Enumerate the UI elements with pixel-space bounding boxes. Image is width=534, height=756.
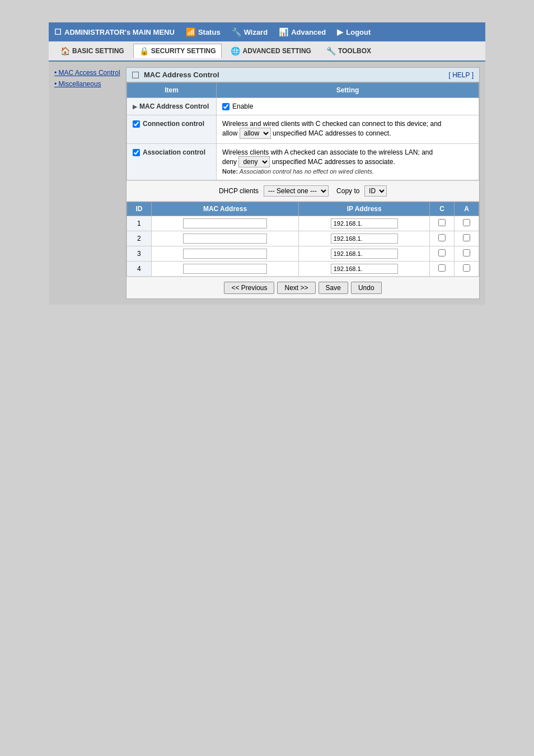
association-control-checkbox[interactable] [133,149,140,156]
sidebar-misc-label: Miscellaneous [59,80,101,88]
panel-title-icon [132,72,139,78]
connection-control-dropdown[interactable]: allow deny [240,128,271,139]
basic-setting-icon: 🏠 [60,46,70,55]
copy-to-dropdown[interactable]: ID [364,185,387,197]
mac-table-row: 3 [127,246,479,262]
status-nav-item[interactable]: 📶 Status [186,27,221,36]
connection-control-row: Connection control Wireless and wired cl… [127,115,479,144]
basic-setting-tab[interactable]: 🏠 BASIC SETTING [54,44,130,58]
admin-menu-label: ADMINISTRATOR's MAIN MENU [64,28,175,36]
mac-input-1[interactable] [183,218,267,228]
dhcp-clients-dropdown[interactable]: --- Select one --- [264,185,329,197]
c-checkbox-3[interactable] [438,249,446,256]
save-button[interactable]: Save [318,282,348,294]
wizard-icon: 🔧 [232,27,241,36]
mac-row-a-2 [455,231,479,246]
a-checkbox-3[interactable] [463,249,470,256]
advanced-nav-item[interactable]: 📊 Advanced [279,27,326,36]
enable-label-text: Enable [232,102,253,110]
mac-address-table: ID MAC Address IP Address C A 1234 [127,202,479,277]
sidebar-item-miscellaneous[interactable]: Miscellaneous [54,78,121,90]
mac-table-row: 4 [127,262,479,277]
mac-table-col-a: A [455,202,479,216]
status-nav-label: Status [198,28,221,36]
ip-input-1[interactable] [331,218,398,228]
connection-control-text1: Wireless and wired clients with C checke… [222,120,442,128]
main-area: MAC Access Control Miscellaneous MAC Add… [49,62,485,305]
mac-input-3[interactable] [183,249,267,259]
mac-row-mac-4 [151,262,298,277]
mac-row-mac-2 [151,231,298,246]
a-checkbox-1[interactable] [463,219,470,226]
previous-button[interactable]: << Previous [224,282,274,294]
logout-nav-label: Logout [346,28,371,36]
c-checkbox-1[interactable] [438,219,446,226]
mac-control-arrow-item: ▶ MAC Address Control [133,102,210,110]
connection-control-item-label: Connection control [143,120,204,128]
mac-row-c-4 [430,262,455,277]
a-checkbox-2[interactable] [463,234,470,241]
mac-row-id-1: 1 [127,216,152,231]
wizard-nav-item[interactable]: 🔧 Wizard [232,27,268,36]
toolbox-label: TOOLBOX [338,47,371,55]
ip-input-4[interactable] [331,264,398,274]
advanced-setting-label: ADVANCED SETTING [242,47,311,55]
admin-menu-item[interactable]: ☐ ADMINISTRATOR's MAIN MENU [54,27,175,36]
association-control-item-label: Association control [143,148,205,156]
enable-checkbox[interactable] [222,103,229,110]
association-control-dropdown[interactable]: deny allow [238,156,270,167]
mac-row-id-3: 3 [127,246,152,262]
advanced-setting-tab[interactable]: 🌐 ADVANCED SETTING [224,44,317,58]
association-control-row: Association control Wireless clients wit… [127,144,479,180]
mac-row-id-4: 4 [127,262,152,277]
status-icon: 📶 [186,27,195,36]
mac-row-id-2: 2 [127,231,152,246]
security-setting-tab[interactable]: 🔒 SECURITY SETTING [133,44,222,58]
mac-row-a-4 [455,262,479,277]
enable-checkbox-label[interactable]: Enable [222,102,473,110]
copy-to-label: Copy to [336,187,359,195]
content-panel: MAC Address Control [ HELP ] Item Settin… [126,67,480,299]
ip-input-3[interactable] [331,249,398,259]
association-control-label[interactable]: Association control [133,148,210,156]
advanced-nav-label: Advanced [291,28,326,36]
button-row: << Previous Next >> Save Undo [127,277,479,298]
mac-row-ip-4 [299,262,430,277]
mac-input-4[interactable] [183,264,267,274]
toolbox-tab[interactable]: 🔧 TOOLBOX [320,44,377,58]
connection-control-label[interactable]: Connection control [133,120,210,128]
dhcp-clients-row: DHCP clients --- Select one --- Copy to … [127,180,479,202]
toolbox-icon: 🔧 [326,46,336,55]
connection-control-text2: allow [222,129,237,137]
panel-header: MAC Address Control [ HELP ] [127,68,479,82]
ip-input-2[interactable] [331,234,398,244]
sidebar-item-mac-access-control[interactable]: MAC Access Control [54,67,121,78]
undo-button[interactable]: Undo [351,282,382,294]
c-checkbox-2[interactable] [438,234,446,241]
logout-nav-item[interactable]: ▶ Logout [337,27,371,36]
c-checkbox-4[interactable] [438,264,446,272]
next-button[interactable]: Next >> [277,282,315,294]
help-link[interactable]: [ HELP ] [449,71,474,79]
mac-address-control-row: ▶ MAC Address Control Enable [127,98,479,115]
mac-row-c-3 [430,246,455,262]
sidebar: MAC Access Control Miscellaneous [54,67,121,299]
connection-control-checkbox[interactable] [133,120,140,128]
mac-table-col-c: C [430,202,455,216]
mac-control-item-cell: ▶ MAC Address Control [127,98,217,115]
advanced-icon: 📊 [279,27,288,36]
mac-table-col-ip: IP Address [299,202,430,216]
mac-row-mac-3 [151,246,298,262]
association-control-text1: Wireless clients with A checked can asso… [222,148,433,156]
mac-input-2[interactable] [183,234,267,244]
security-setting-label: SECURITY SETTING [151,47,216,55]
panel-title: MAC Address Control [132,71,219,79]
a-checkbox-4[interactable] [463,264,470,272]
mac-control-arrow-icon: ▶ [133,104,137,110]
mac-row-ip-3 [299,246,430,262]
mac-row-a-1 [455,216,479,231]
top-nav-bar: ☐ ADMINISTRATOR's MAIN MENU 📶 Status 🔧 W… [49,22,485,41]
security-setting-icon: 🔒 [139,46,149,55]
col-header-setting: Setting [217,83,479,98]
admin-menu-icon: ☐ [54,27,62,36]
